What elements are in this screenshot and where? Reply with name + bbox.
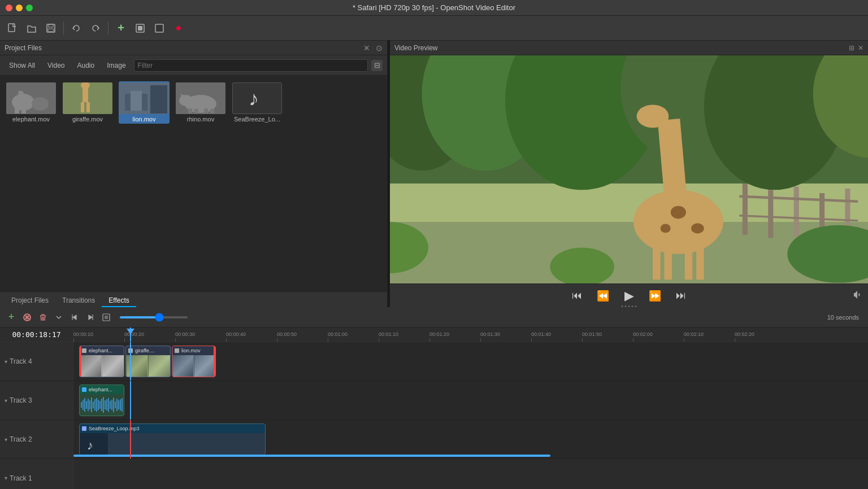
snap-button[interactable] bbox=[99, 311, 113, 324]
vertical-divider[interactable] bbox=[388, 41, 390, 307]
track-2-label: ▾ Track 2 bbox=[0, 420, 73, 459]
clip-giraffe-t4[interactable]: giraffe.... bbox=[125, 346, 171, 377]
filter-clear-button[interactable]: ⊟ bbox=[371, 60, 383, 71]
ruler-mark-10: 00:01:50 bbox=[582, 331, 633, 342]
close-panel-icon[interactable]: ✕ bbox=[363, 43, 370, 53]
thumb-frame-l1 bbox=[173, 355, 194, 377]
track-3-content[interactable]: elephant... bbox=[73, 381, 868, 420]
track-3-playhead bbox=[130, 381, 131, 420]
svg-rect-21 bbox=[150, 85, 167, 113]
svg-rect-5 bbox=[138, 26, 142, 30]
prev-marker-button[interactable] bbox=[68, 311, 81, 324]
open-button[interactable] bbox=[24, 20, 40, 36]
down-arrow-button[interactable] bbox=[52, 311, 66, 324]
minimize-button[interactable] bbox=[16, 5, 23, 11]
video-tab[interactable]: Video bbox=[43, 60, 69, 71]
tab-project-files[interactable]: Project Files bbox=[5, 294, 55, 307]
svg-rect-87 bbox=[118, 400, 119, 409]
import-button[interactable]: + bbox=[113, 20, 129, 36]
play-button[interactable]: ▶ bbox=[620, 287, 637, 304]
video-preview-content bbox=[390, 55, 868, 283]
timeline-ruler[interactable]: 00:00:18:17 00:00:10 00:00:20 00:00:30 0… bbox=[0, 328, 868, 342]
media-label-lion: lion.mov bbox=[120, 116, 168, 123]
media-item-seabreeze[interactable]: ♪ SeaBreeze_Lo... bbox=[232, 81, 283, 124]
media-thumb-giraffe bbox=[63, 82, 112, 114]
skip-end-button[interactable]: ⏭ bbox=[672, 287, 689, 304]
svg-rect-0 bbox=[8, 24, 15, 32]
volume-icon[interactable] bbox=[853, 290, 862, 301]
separator-2 bbox=[108, 21, 108, 35]
svg-rect-53 bbox=[653, 244, 661, 280]
add-track-button[interactable]: + bbox=[5, 311, 18, 324]
clip-lion-t4[interactable]: lion.mov bbox=[172, 346, 216, 377]
thumb-frame-g2 bbox=[149, 355, 170, 377]
track-3-chevron[interactable]: ▾ bbox=[5, 398, 7, 404]
seabreeze-clip-empty bbox=[108, 433, 265, 455]
new-button[interactable] bbox=[5, 20, 20, 36]
svg-rect-81 bbox=[108, 398, 109, 412]
svg-rect-22 bbox=[131, 91, 142, 111]
fast-forward-button[interactable]: ⏩ bbox=[646, 287, 663, 304]
svg-rect-72 bbox=[93, 401, 94, 408]
project-files-toolbar: Show All Video Audio Image ⊟ bbox=[0, 55, 387, 76]
record-button[interactable]: ● bbox=[171, 20, 186, 36]
rewind-button[interactable]: ⏪ bbox=[594, 287, 611, 304]
clip-header-lion: lion.mov bbox=[172, 346, 215, 355]
ruler-mark-8: 00:01:30 bbox=[480, 331, 531, 342]
ruler-mark-2: 00:00:30 bbox=[175, 331, 226, 342]
video-frame bbox=[390, 55, 868, 283]
filter-input[interactable] bbox=[134, 59, 368, 72]
svg-rect-88 bbox=[120, 399, 121, 411]
media-item-giraffe[interactable]: giraffe.mov bbox=[62, 81, 113, 124]
svg-rect-67 bbox=[84, 398, 85, 412]
track-4-content[interactable]: elephant... giraffe.... bbox=[73, 342, 868, 381]
save-button[interactable] bbox=[43, 20, 59, 36]
music-note-icon: ♪ bbox=[80, 433, 108, 455]
media-item-elephant[interactable]: elephant.mov bbox=[6, 81, 57, 124]
next-marker-button[interactable] bbox=[84, 311, 97, 324]
tab-transitions[interactable]: Transitions bbox=[55, 294, 102, 307]
svg-rect-78 bbox=[103, 397, 104, 413]
svg-rect-83 bbox=[111, 400, 112, 410]
pin-icon[interactable]: ⊙ bbox=[376, 43, 383, 53]
clip-elephant-t3[interactable]: elephant... bbox=[79, 385, 124, 416]
close-button[interactable] bbox=[6, 5, 12, 11]
clip-seabreeze[interactable]: SeaBreeze_Loop.mp3 ♪ bbox=[79, 423, 266, 455]
close-preview-icon[interactable]: ✕ bbox=[858, 44, 863, 52]
svg-rect-28 bbox=[204, 108, 208, 113]
redo-button[interactable] bbox=[88, 20, 103, 36]
track-1-scrollbar[interactable] bbox=[73, 455, 550, 457]
media-item-lion[interactable]: lion.mov bbox=[119, 81, 170, 124]
svg-rect-70 bbox=[89, 400, 90, 409]
track-3-row: ▾ Track 3 elephant... bbox=[0, 381, 868, 420]
header-icons: ✕ ⊙ bbox=[363, 43, 383, 53]
track-1-chevron[interactable]: ▾ bbox=[5, 475, 7, 481]
project-files-title: Project Files bbox=[5, 44, 42, 52]
image-tab[interactable]: Image bbox=[102, 60, 130, 71]
svg-rect-66 bbox=[83, 400, 84, 410]
show-all-tab[interactable]: Show All bbox=[5, 60, 40, 71]
track-2-content[interactable]: SeaBreeze_Loop.mp3 ♪ bbox=[73, 420, 868, 459]
audio-tab[interactable]: Audio bbox=[73, 60, 99, 71]
export-button[interactable] bbox=[151, 20, 167, 36]
track-2-chevron[interactable]: ▾ bbox=[5, 436, 7, 443]
svg-rect-12 bbox=[21, 109, 26, 113]
undo-button[interactable] bbox=[68, 20, 84, 36]
media-label-seabreeze: SeaBreeze_Lo... bbox=[233, 116, 281, 123]
maximize-button[interactable] bbox=[26, 5, 33, 11]
video-preview-header: Video Preview ⊞ ✕ bbox=[390, 41, 868, 55]
delete-button[interactable] bbox=[36, 311, 50, 324]
fullscreen-button[interactable] bbox=[132, 20, 148, 36]
expand-icon[interactable]: ⊞ bbox=[849, 44, 854, 52]
zoom-slider[interactable] bbox=[120, 316, 188, 318]
remove-button[interactable] bbox=[20, 311, 34, 324]
media-thumb-elephant bbox=[6, 82, 56, 114]
track-4-chevron[interactable]: ▾ bbox=[5, 359, 7, 365]
media-label-rhino: rhino.mov bbox=[176, 116, 225, 123]
svg-rect-26 bbox=[188, 108, 192, 113]
skip-start-button[interactable]: ⏮ bbox=[568, 287, 585, 304]
svg-rect-82 bbox=[110, 401, 111, 409]
tab-effects[interactable]: Effects bbox=[102, 294, 136, 307]
clip-elephant-t4[interactable]: elephant... bbox=[79, 346, 124, 377]
media-item-rhino[interactable]: rhino.mov bbox=[175, 81, 226, 124]
